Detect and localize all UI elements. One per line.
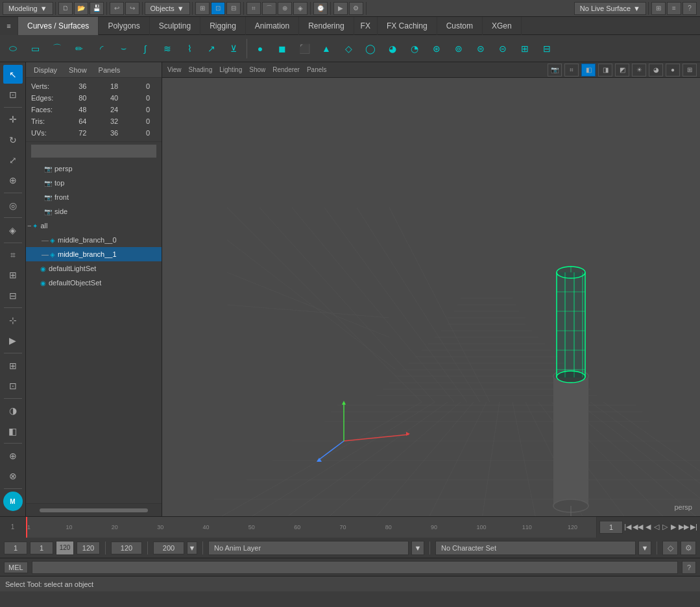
extra-btn1[interactable]: ⊕ [3, 446, 23, 465]
cv-curve-tool-icon[interactable]: ⬭ [3, 38, 23, 59]
select-by-obj-icon[interactable]: ⊡ [211, 2, 225, 15]
tree-item-objectset[interactable]: ◉ defaultObjectSet [26, 276, 162, 290]
pencil-curve-icon[interactable]: ✏ [69, 38, 90, 59]
viewport-canvas[interactable]: persp [162, 78, 700, 516]
select-by-hier-icon[interactable]: ⊞ [195, 2, 210, 15]
soft-select-btn[interactable]: ◎ [3, 196, 23, 215]
timeline-playhead[interactable] [26, 517, 27, 538]
tab-curves-surfaces[interactable]: Curves / Surfaces [18, 17, 99, 35]
vp-textured-icon[interactable]: ◩ [615, 64, 629, 77]
render-view-btn[interactable]: ▶ [3, 331, 23, 350]
render-settings-icon[interactable]: ⚙ [349, 2, 363, 15]
move-tool-btn[interactable]: ✛ [3, 110, 23, 129]
sphere-icon[interactable]: ● [250, 38, 271, 59]
snap-grid-icon[interactable]: ⌗ [247, 2, 261, 15]
lasso-select-btn[interactable]: ⊡ [3, 85, 23, 104]
uv-editor-btn[interactable]: ◧ [3, 422, 23, 440]
snap-pts-btn[interactable]: ⊞ [3, 266, 23, 285]
tab-fx[interactable]: FX [354, 17, 378, 35]
cube-icon[interactable]: ◼ [272, 38, 293, 59]
cone-icon[interactable]: ▲ [316, 38, 337, 59]
torus-icon[interactable]: ◯ [360, 38, 381, 59]
range-end-input[interactable] [77, 542, 100, 554]
panels-menu-btn[interactable]: Panels [304, 65, 330, 74]
ep-curve-tool-icon[interactable]: ▭ [25, 38, 45, 59]
mel-input[interactable] [32, 561, 678, 574]
vp-shaded-icon[interactable]: ◨ [598, 64, 612, 77]
tree-item-branch1[interactable]: — ◈ middle_branch__1 [26, 247, 162, 261]
help-icon[interactable]: ? [682, 2, 697, 15]
objects-dropdown[interactable]: Objects ▼ [145, 2, 190, 15]
next-frame-btn[interactable]: ▶ [670, 521, 677, 534]
menu-toggle-icon[interactable]: ≡ [0, 17, 18, 35]
snap-grid-btn[interactable]: ⌗ [3, 246, 23, 265]
transform-constraint-btn[interactable]: ⊡ [3, 376, 23, 395]
nurbs-sphere-icon[interactable]: ◕ [382, 38, 403, 59]
render-icon[interactable]: ▶ [333, 2, 348, 15]
anim-layer-dropdown-btn[interactable]: ▼ [411, 541, 424, 555]
next-key-btn[interactable]: ▶▶ [679, 521, 689, 534]
prev-key-btn[interactable]: ◀◀ [633, 521, 643, 534]
arc-tool-icon[interactable]: ◜ [91, 38, 112, 59]
tab-animation[interactable]: Animation [246, 17, 299, 35]
vp-shadow-icon[interactable]: ◕ [649, 64, 663, 77]
undo-icon[interactable]: ↩ [110, 2, 124, 15]
layout-icon[interactable]: ⊞ [651, 2, 666, 15]
universal-manip-btn[interactable]: ⊕ [3, 171, 23, 190]
outliner-show-btn[interactable]: Show [66, 65, 90, 75]
tree-item-top[interactable]: 📷 top [26, 176, 162, 190]
dope-sheet-btn[interactable]: ◇ [662, 541, 678, 555]
curve-tool4-icon[interactable]: ≋ [157, 38, 178, 59]
extra-btn2[interactable]: ⊗ [3, 467, 23, 486]
snap-point-icon[interactable]: ⊕ [278, 2, 292, 15]
tab-sculpting[interactable]: Sculpting [150, 17, 200, 35]
nurbs-tool2-icon[interactable]: ◔ [404, 38, 425, 59]
outliner-display-btn[interactable]: Display [31, 65, 60, 75]
tab-xgen[interactable]: XGen [483, 17, 522, 35]
curve-tool2-icon[interactable]: ⌣ [113, 38, 134, 59]
select-by-comp-icon[interactable]: ⊟ [226, 2, 241, 15]
curve-tool7-icon[interactable]: ⊻ [223, 38, 244, 59]
range-start-input[interactable] [4, 542, 27, 554]
go-start-btn[interactable]: |◀ [624, 521, 631, 534]
select-tool-btn[interactable]: ↖ [3, 65, 23, 84]
max-frame-dropdown-btn[interactable]: ▼ [187, 542, 197, 554]
char-set-dropdown-btn[interactable]: ▼ [638, 541, 651, 555]
no-anim-layer-btn[interactable]: No Anim Layer [208, 541, 409, 555]
cylinder-icon[interactable]: ⬛ [294, 38, 315, 59]
rotate-tool-btn[interactable]: ↻ [3, 130, 23, 149]
playback-end-input[interactable] [111, 542, 142, 554]
snap-view-icon[interactable]: ◈ [293, 2, 308, 15]
timeline-frame-input[interactable] [599, 521, 623, 534]
nurbs-tool7-icon[interactable]: ⊞ [514, 38, 535, 59]
outliner-scrollbar-thumb[interactable] [40, 508, 148, 512]
tree-item-lightset[interactable]: ◉ defaultLightSet [26, 261, 162, 276]
show-manip-btn[interactable]: ◈ [3, 220, 23, 239]
mel-help-btn[interactable]: ? [682, 561, 696, 574]
outliner-panels-btn[interactable]: Panels [96, 65, 123, 75]
vp-aa-icon[interactable]: ⊞ [682, 64, 697, 77]
nurbs-tool4-icon[interactable]: ⊚ [448, 38, 469, 59]
go-end-btn[interactable]: ▶| [690, 521, 697, 534]
playback-speed-indicator[interactable]: 120 [56, 541, 74, 555]
mode-dropdown[interactable]: Modeling ▼ [3, 2, 53, 15]
tab-rigging[interactable]: Rigging [200, 17, 246, 35]
redo-icon[interactable]: ↪ [125, 2, 139, 15]
play-fwd-btn[interactable]: ▷ [662, 521, 669, 534]
tree-item-persp[interactable]: 📷 persp [26, 161, 162, 176]
tab-custom[interactable]: Custom [437, 17, 483, 35]
view-menu-btn[interactable]: View [165, 65, 184, 74]
grid-display-btn[interactable]: ⊞ [3, 356, 23, 375]
bezier-curve-icon[interactable]: ⌒ [47, 38, 67, 59]
outliner-scrollbar-track[interactable] [26, 503, 162, 516]
no-character-set-btn[interactable]: No Character Set [435, 541, 636, 555]
timeline-ruler[interactable]: 1 10 20 30 40 50 60 70 80 90 100 110 120 [26, 517, 596, 538]
lighting-menu-btn[interactable]: Lighting [217, 65, 245, 74]
mel-label[interactable]: MEL [4, 562, 28, 573]
curve-tool5-icon[interactable]: ⌇ [179, 38, 200, 59]
renderer-menu-btn[interactable]: Renderer [270, 65, 302, 74]
open-file-icon[interactable]: 📂 [74, 2, 88, 15]
snap-surface-btn[interactable]: ⊟ [3, 286, 23, 305]
frame-input[interactable] [30, 542, 53, 554]
settings-icon[interactable]: ≡ [667, 2, 681, 15]
